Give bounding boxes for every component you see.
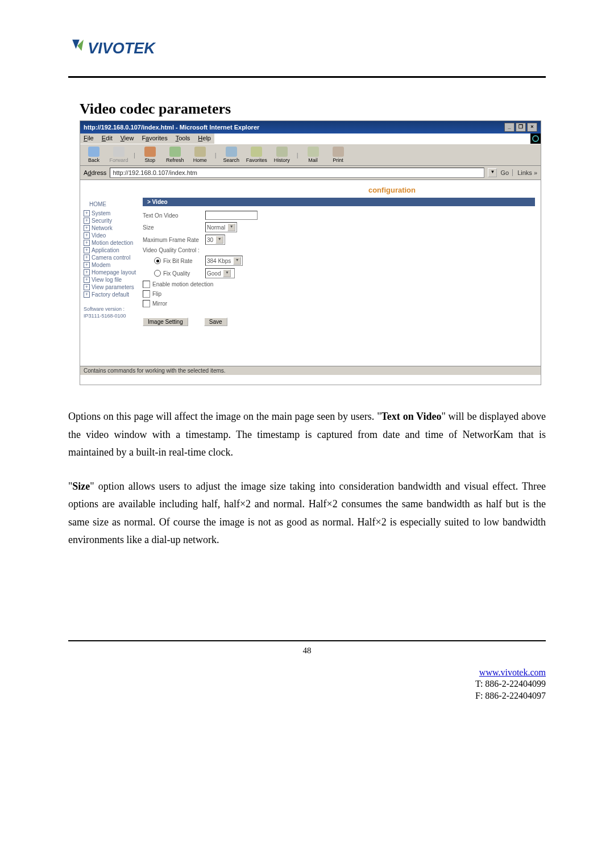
chevron-down-icon: ▼ <box>223 269 231 277</box>
sidebar-item-application[interactable]: +Application <box>84 247 140 254</box>
svg-text:VIVOTEK: VIVOTEK <box>88 40 156 57</box>
expand-icon[interactable]: + <box>84 210 90 216</box>
status-bar: Contains commands for working with the s… <box>80 366 541 375</box>
bottom-divider <box>68 640 546 641</box>
radio-icon[interactable] <box>154 270 161 277</box>
paragraph-1: Options on this page will affect the ima… <box>68 408 546 462</box>
ie-window: http://192.168.0.107/index.html - Micros… <box>80 120 541 385</box>
chevron-down-icon: ▼ <box>215 236 223 244</box>
section-title: Video codec parameters <box>80 101 546 118</box>
text-on-video-input[interactable] <box>205 211 258 220</box>
sidebar-item-security[interactable]: +Security <box>84 217 140 224</box>
home-button[interactable]: Home <box>190 147 210 163</box>
page-number: 48 <box>68 646 546 656</box>
size-label: Size <box>143 224 205 231</box>
expand-icon[interactable]: + <box>84 218 90 224</box>
image-setting-button[interactable]: Image Setting <box>143 318 188 326</box>
history-button[interactable]: History <box>272 147 292 163</box>
minimize-button[interactable]: _ <box>504 123 515 132</box>
text-on-video-label: Text On Video <box>143 212 205 219</box>
vqc-label: Video Quality Control : <box>143 247 205 253</box>
fix-quality-select[interactable]: Good▼ <box>205 268 235 278</box>
vivotek-logo: VIVOTEK <box>68 34 546 65</box>
fix-bit-rate-option[interactable]: Fix Bit Rate <box>143 257 205 264</box>
footer: www.vivotek.com T: 886-2-22404099 F: 886… <box>68 667 546 702</box>
menu-file[interactable]: File <box>84 135 94 143</box>
enable-motion-row[interactable]: Enable motion detection <box>143 281 535 288</box>
maximize-button[interactable]: ❐ <box>516 123 526 132</box>
sidebar: HOME +System +Security +Network +Video +… <box>80 198 143 325</box>
menu-tools[interactable]: Tools <box>176 135 190 143</box>
sidebar-item-factory[interactable]: +Factory default <box>84 291 140 298</box>
configuration-banner: configuration <box>80 180 541 198</box>
links-button[interactable]: Links » <box>512 169 537 176</box>
chevron-down-icon: ▼ <box>227 223 235 231</box>
window-title: http://192.168.0.107/index.html - Micros… <box>84 124 259 131</box>
title-bar: http://192.168.0.107/index.html - Micros… <box>80 121 541 133</box>
radio-icon[interactable] <box>154 257 161 264</box>
footer-tel: T: 886-2-22404099 <box>475 679 546 688</box>
svg-point-3 <box>533 136 538 141</box>
ie-logo-icon <box>530 133 541 144</box>
max-frame-select[interactable]: 30▼ <box>205 235 225 245</box>
size-select[interactable]: Normal▼ <box>205 222 237 232</box>
software-version: Software version : IP3111-5168-0100 <box>84 306 140 319</box>
mail-button[interactable]: Mail <box>303 147 323 163</box>
sidebar-item-viewlog[interactable]: +View log file <box>84 276 140 283</box>
paragraph-2: "Size" option allows users to adjust the… <box>68 478 546 549</box>
checkbox-icon[interactable] <box>143 290 150 298</box>
close-button[interactable]: × <box>527 123 537 132</box>
expand-icon[interactable]: + <box>84 225 90 231</box>
save-button[interactable]: Save <box>204 318 227 326</box>
menu-view[interactable]: View <box>121 135 134 143</box>
menu-edit[interactable]: Edit <box>102 135 113 143</box>
expand-icon[interactable]: + <box>84 240 90 246</box>
print-button[interactable]: Print <box>328 147 349 163</box>
fix-bit-select[interactable]: 384 Kbps▼ <box>205 256 243 266</box>
sidebar-item-motion[interactable]: +Motion detection <box>84 239 140 247</box>
sidebar-item-system[interactable]: +System <box>84 210 140 217</box>
address-bar: Address http://192.168.0.107/index.htm ▼… <box>80 166 541 180</box>
expand-icon[interactable]: + <box>84 277 90 283</box>
footer-url[interactable]: www.vivotek.com <box>479 667 546 677</box>
checkbox-icon[interactable] <box>143 300 150 307</box>
sidebar-item-modem[interactable]: +Modem <box>84 261 140 269</box>
refresh-button[interactable]: Refresh <box>165 147 185 163</box>
video-panel: > Video Text On Video Size Normal▼ Maxim… <box>143 198 541 332</box>
sidebar-home[interactable]: HOME <box>84 198 140 210</box>
forward-button[interactable]: Forward <box>109 147 129 163</box>
stop-button[interactable]: Stop <box>140 147 160 163</box>
expand-icon[interactable]: + <box>84 269 90 276</box>
address-input[interactable]: http://192.168.0.107/index.htm <box>110 168 484 178</box>
panel-header: > Video <box>143 198 535 206</box>
back-button[interactable]: Back <box>84 147 104 163</box>
toolbar: Back Forward | Stop Refresh Home | Searc… <box>80 144 541 166</box>
expand-icon[interactable]: + <box>84 254 90 261</box>
sidebar-item-homepage[interactable]: +Homepage layout <box>84 269 140 276</box>
sidebar-item-video[interactable]: +Video <box>84 232 140 239</box>
flip-row[interactable]: Flip <box>143 290 535 298</box>
address-label: Address <box>84 169 106 176</box>
logo-icon: VIVOTEK <box>68 34 171 62</box>
fix-quality-option[interactable]: Fix Quality <box>143 270 205 277</box>
menu-help[interactable]: Help <box>198 135 211 143</box>
address-dropdown-icon[interactable]: ▼ <box>488 168 497 177</box>
search-button[interactable]: Search <box>221 147 242 163</box>
footer-fax: F: 886-2-22404097 <box>475 691 546 700</box>
chevron-down-icon: ▼ <box>233 257 241 265</box>
sidebar-item-viewparams[interactable]: +View parameters <box>84 283 140 291</box>
sidebar-item-network[interactable]: +Network <box>84 224 140 232</box>
expand-icon[interactable]: + <box>84 284 90 290</box>
expand-icon[interactable]: + <box>84 247 90 253</box>
expand-icon[interactable]: + <box>84 291 90 298</box>
mirror-row[interactable]: Mirror <box>143 300 535 307</box>
expand-icon[interactable]: + <box>84 232 90 239</box>
menu-bar: File Edit View Favorites Tools Help <box>80 133 214 144</box>
favorites-button[interactable]: Favorites <box>246 147 267 163</box>
menu-favorites[interactable]: Favorites <box>142 135 167 143</box>
expand-icon[interactable]: + <box>84 262 90 268</box>
checkbox-icon[interactable] <box>143 281 150 288</box>
max-frame-label: Maximum Frame Rate <box>143 237 205 243</box>
sidebar-item-camera-control[interactable]: +Camera control <box>84 254 140 261</box>
go-button[interactable]: Go <box>500 169 509 176</box>
